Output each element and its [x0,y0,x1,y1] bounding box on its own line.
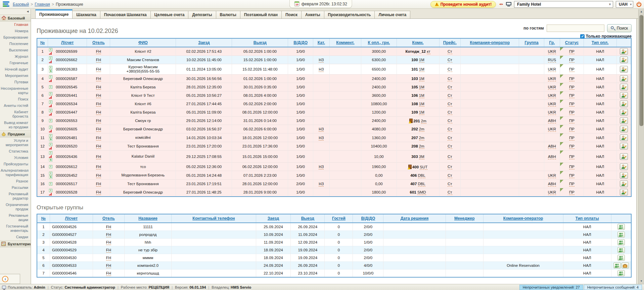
category-code[interactable]: НЗ [319,58,324,63]
group-column-header[interactable]: Компания-оператор [483,214,563,223]
category-code[interactable]: НЗ [319,67,324,72]
door-alert-icon[interactable] [409,119,413,123]
table-row[interactable]: 11i$0000026481FHкомісійні14.01.2026 10:0… [37,133,631,142]
country-code[interactable]: UKR [548,49,556,54]
price-list-code[interactable]: Ст [448,155,452,159]
table-row[interactable]: 5i0000026545FHКаліта Береза28.01.2026 12… [37,83,631,91]
column-header-sort[interactable]: Тип опл. [584,38,616,47]
country-code[interactable]: RUS [548,58,556,63]
column-header-sort[interactable]: Заезд [176,38,232,47]
account-number[interactable]: 0000026662 [56,58,77,62]
sidebar-item[interactable]: Горничные [0,60,31,66]
status-code[interactable]: ПР [569,67,574,72]
briefcase-icon[interactable] [622,262,629,268]
guest-name-cell[interactable]: Клієнт #6 [110,100,176,108]
hotel-code[interactable]: FH [106,271,111,276]
group-column-header[interactable]: В/Д/ДО [353,214,383,223]
room-type-code[interactable]: 2m [419,144,424,149]
guest-name-cell[interactable]: Моделювання Березень [110,171,176,180]
table-row[interactable]: 14i0000026612FHтсо05.02.2026 12:36:0006.… [37,163,631,171]
table-row[interactable]: 17i0000026528FHБереговий Олександр27.01.… [37,188,631,197]
sidebar-item[interactable]: Ограничения продаж [0,202,31,212]
price-list-code[interactable]: Ст [448,190,452,195]
room-number[interactable]: 101 [411,67,418,71]
edit-guest-button[interactable] [620,134,628,141]
room-number[interactable]: 400 [412,165,419,169]
room-number[interactable]: 108 [411,102,418,106]
guest-search-input[interactable] [547,25,604,32]
hotel-select[interactable]: Family Hotel ▼ [514,1,613,8]
group-column-header[interactable]: Контактный телефон [171,214,256,223]
search-button[interactable]: Поиск [607,24,632,32]
column-header-sort[interactable]: Отель [87,38,110,47]
room-number[interactable]: 201 [413,119,420,123]
room-type-code[interactable]: 1М [419,102,424,107]
price-list-code[interactable]: Ст [448,165,452,169]
column-header-sort[interactable]: Л/счет [48,38,87,47]
status-code[interactable]: ПР [569,102,574,107]
sidebar-item[interactable]: Услуги и мероприятия [0,137,31,148]
sidebar-item[interactable]: Ночной аудит [0,66,31,73]
room-type-code[interactable]: кт [427,49,430,54]
sidebar-section-sales[interactable]: Продажи [0,130,31,137]
account-number[interactable]: 0000026612 [56,165,77,169]
hotel-code[interactable]: FH [106,256,111,260]
room-number[interactable]: 100 [411,58,418,62]
group-account-number[interactable]: G0000004528 [52,240,77,244]
edit-guest-button[interactable] [620,163,628,170]
room-number[interactable]: 207 [411,136,418,140]
guest-name-cell[interactable]: Kalatur Daniil [110,151,176,163]
status-code[interactable]: ПР [569,110,574,115]
status-code[interactable]: ПР [569,49,574,54]
country-code[interactable]: UKR [548,102,556,107]
table-row[interactable]: 8i0000026447FHКаліта Береза05.01.2026 11… [37,108,631,117]
sidebar-item[interactable]: Разное [0,178,31,184]
account-number[interactable]: 0000026520 [56,144,77,148]
sidebar-item[interactable]: Условия [0,155,31,161]
sidebar-item[interactable]: Главная [0,22,31,28]
group-account-number[interactable]: G0000004546 [52,271,77,275]
column-header-sort[interactable]: Группа [519,38,544,47]
table-row[interactable]: 3i$0000026383FHКурочко Максим+380(55)555… [37,64,631,75]
group-row[interactable]: 4G0000004529FHне тур збір18.09.202419.09… [37,246,631,254]
table-row[interactable]: 9i0000026553FHСмоук гр29.01.2026 12:14:0… [37,117,631,125]
hotel-code[interactable]: FH [96,144,101,149]
group-column-header[interactable]: Тип оплаты [563,214,611,223]
table-row[interactable]: 16i0000026517FHТест Бронювання23.01.2026… [37,180,631,188]
status-code[interactable]: ПР [569,182,574,187]
edit-guest-button[interactable] [620,48,628,55]
room-type-code[interactable]: DBL [418,173,425,178]
column-header-sort[interactable]: К опл., грн. [361,38,397,47]
status-code[interactable]: ПР [569,58,574,63]
room-number[interactable]: 202 [411,127,418,131]
hotel-code[interactable]: FH [96,85,101,90]
price-list-code[interactable]: Ст [448,102,452,107]
breadcrumb-link[interactable]: Базовый [13,2,29,7]
price-list-code[interactable]: Ст [448,49,452,54]
room-type-code[interactable]: DBL [418,182,425,187]
category-code[interactable]: НЗ [319,165,324,169]
room-number[interactable]: 106 [411,93,418,97]
hotel-code[interactable]: FH [96,58,101,63]
hotel-code[interactable]: FH [96,49,101,54]
status-code[interactable]: ПР [569,165,574,169]
status-code[interactable]: ПР [569,144,574,149]
group-row[interactable]: 6G0000004533FHкомпанія2.024.09.202426.09… [37,262,631,270]
hotel-code[interactable]: FH [106,233,111,237]
group-column-header[interactable]: Гостей [325,214,353,223]
servio-logo-icon[interactable] [3,1,10,7]
edit-guest-button[interactable] [620,109,628,116]
group-column-header[interactable]: Л/счет [50,214,93,223]
status-code[interactable]: ПР [569,93,574,98]
sidebar-item[interactable]: Рекламный редактор [0,191,31,202]
group-row[interactable]: 2G0000004527FHролродлд10.09.202411.09.20… [37,231,631,239]
room-number[interactable]: Котедж_12 [406,49,426,53]
group-members-icon[interactable] [617,239,625,245]
status-code[interactable]: ПР [569,119,574,123]
room-type-code[interactable]: 1М [419,93,424,98]
resize-arrows-icon[interactable]: ◄► [499,3,503,6]
tab-item[interactable]: Целевые счета [150,11,189,18]
only-residents-checkbox[interactable] [580,34,585,39]
country-code[interactable]: UKR [548,67,556,72]
scrollbar-thumb[interactable] [639,15,643,126]
